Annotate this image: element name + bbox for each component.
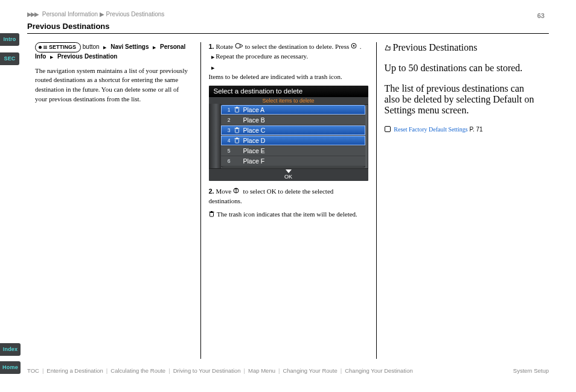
info-heading-row: Previous Destinations	[385, 42, 542, 53]
breadcrumb-arrows: ▶▶▶	[27, 11, 38, 17]
path-sep-icon-2	[150, 43, 158, 50]
list-item[interactable]: 5Place E	[221, 146, 365, 156]
svg-rect-5	[236, 107, 238, 107]
menu-path: SETTINGS button Navi Settings Personal I…	[35, 42, 193, 62]
tab-sec[interactable]: SEC	[0, 52, 19, 65]
toc-item[interactable]: Calculating the Route	[110, 367, 165, 374]
tab-intro[interactable]: Intro	[0, 33, 19, 46]
step-1-num: 1.	[209, 43, 214, 50]
settings-pill: SETTINGS	[35, 42, 81, 52]
col-center: 1. Rotate to select the destination to d…	[200, 42, 376, 359]
svg-rect-8	[236, 127, 238, 128]
info-body: Up to 50 destinations can be stored.	[385, 63, 542, 74]
trash-icon	[234, 127, 240, 133]
list-item-label: Place F	[243, 156, 265, 166]
list-item-label: Place D	[243, 136, 266, 145]
content-columns: SETTINGS button Navi Settings Personal I…	[27, 42, 549, 359]
footer-toc[interactable]: TOC|Entering a Destination|Calculating t…	[27, 367, 413, 374]
intro-text: The navigation system maintains a list o…	[35, 66, 193, 105]
device-ok-label: OK	[284, 174, 292, 180]
xref-box-icon	[385, 126, 391, 132]
steps-2: 2. Move to select OK to delete the selec…	[209, 187, 368, 206]
device-subtitle: Select items to delete	[209, 97, 368, 105]
toc-item[interactable]: Map Menu	[248, 367, 275, 374]
step-1-tail: Repeat the procedure as necessary.	[216, 52, 308, 60]
list-item-label: Place E	[243, 146, 265, 156]
svg-rect-9	[235, 139, 238, 143]
cross-reference[interactable]: Reset Factory Default Settings P. 71	[385, 125, 542, 134]
info-heading: Previous Destinations	[393, 42, 478, 52]
list-item-number: 4	[225, 136, 231, 145]
trash-meaning: The trash icon indicates that the item w…	[209, 210, 368, 220]
trash-icon	[234, 138, 240, 144]
svg-rect-14	[209, 212, 214, 212]
steps: 1. Rotate to select the destination to d…	[209, 42, 368, 82]
toc-item[interactable]: TOC	[27, 367, 39, 374]
step-1: 1. Rotate to select the destination to d…	[209, 42, 368, 82]
path-sep-icon-1	[101, 43, 109, 50]
trash-icon	[234, 107, 240, 113]
rotate-dial-icon	[235, 43, 243, 49]
list-item[interactable]: 4Place D	[221, 136, 365, 146]
list-item[interactable]: 3Place C	[221, 125, 365, 136]
xref-link[interactable]: Reset Factory Default Settings	[394, 126, 467, 133]
list-item[interactable]: 1Place A	[221, 105, 365, 115]
record-dot-icon	[39, 46, 42, 49]
xref-page: P. 71	[470, 126, 483, 133]
trash-meaning-text: The trash icon indicates that the item w…	[217, 210, 357, 218]
step-1-text-a: Rotate	[216, 43, 233, 50]
breadcrumb: ▶▶▶ Personal Information ▶ Previous Dest…	[27, 11, 164, 17]
move-dial-icon	[233, 188, 242, 194]
title-rule	[27, 33, 549, 34]
svg-rect-7	[234, 128, 239, 128]
path-seg-1: Navi Settings	[110, 43, 149, 50]
svg-rect-6	[235, 128, 238, 133]
list-item-number: 1	[225, 105, 231, 115]
list-item[interactable]: 2Place B	[221, 115, 365, 125]
step-1-text-c: .	[360, 43, 362, 50]
toc-item[interactable]: Changing Your Destination	[345, 367, 413, 374]
info-xref-lead: The list of previous destinations can al…	[385, 83, 542, 116]
settings-pill-label: SETTINGS	[49, 43, 76, 51]
device-title: Select a destination to delete	[209, 86, 368, 97]
svg-point-2	[353, 45, 355, 47]
step-1-note: Items to be deleted are indicated with a…	[209, 73, 342, 80]
breadcrumb-text: Personal Information ▶ Previous Destinat…	[42, 11, 165, 17]
list-item-number: 2	[225, 115, 231, 125]
list-item-number: 5	[225, 146, 231, 156]
list-item-label: Place A	[243, 105, 265, 115]
list-item[interactable]: 6Place F	[221, 156, 365, 166]
path-sep-icon-3	[48, 53, 56, 60]
device-left-strip	[209, 104, 221, 169]
tab-home[interactable]: Home	[0, 361, 21, 374]
tab-index[interactable]: Index	[0, 343, 21, 356]
step-2-text-a: Move	[216, 188, 231, 195]
toc-item[interactable]: Entering a Destination	[46, 367, 103, 374]
step-2-num: 2.	[209, 188, 214, 195]
list-item-label: Place B	[243, 115, 265, 125]
step-2: 2. Move to select OK to delete the selec…	[209, 187, 368, 206]
note-flag-icon	[385, 45, 391, 51]
path-seg-3: Previous Destination	[57, 53, 117, 60]
svg-rect-13	[210, 212, 213, 217]
continue-arrow-icon	[209, 52, 214, 60]
toc-item[interactable]: Changing Your Route	[283, 367, 337, 374]
menu-bars-icon	[43, 46, 47, 49]
svg-rect-10	[234, 138, 239, 139]
device-screenshot: Select a destination to delete Select it…	[209, 86, 368, 181]
list-item-number: 6	[225, 156, 231, 166]
col-left: SETTINGS button Navi Settings Personal I…	[27, 42, 200, 359]
col-right: Previous Destinations Up to 50 destinati…	[376, 42, 549, 359]
device-ok-bar[interactable]: OK	[209, 168, 368, 181]
trash-icon	[209, 211, 214, 217]
page-number: 63	[537, 12, 545, 19]
list-item-number: 3	[225, 125, 231, 135]
toc-item[interactable]: Driving to Your Destination	[173, 367, 241, 374]
chevron-down-icon	[286, 169, 292, 173]
svg-rect-15	[211, 211, 213, 212]
svg-point-0	[235, 43, 240, 48]
step-1-text-b: to select the destination to delete. Pre…	[245, 43, 350, 50]
press-dial-icon	[351, 43, 358, 49]
list-item-label: Place C	[243, 125, 266, 135]
section-vertical-label: System Setup	[513, 367, 549, 374]
